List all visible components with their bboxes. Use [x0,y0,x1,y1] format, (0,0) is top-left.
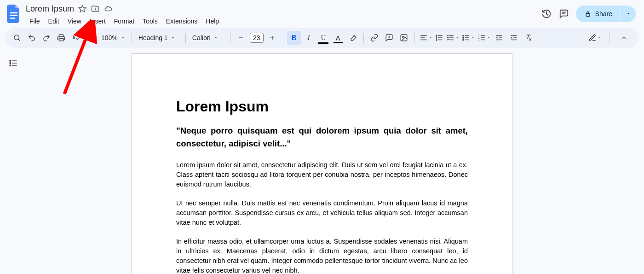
indent-increase-button[interactable] [507,31,521,45]
menu-view[interactable]: View [64,16,85,27]
clear-formatting-button[interactable] [522,31,535,45]
svg-rect-3 [586,13,590,16]
menu-help[interactable]: Help [202,16,223,27]
underline-button[interactable]: U [316,31,330,45]
zoom-value: 100% [101,34,118,41]
font-value: Calibri [192,34,211,41]
font-select[interactable]: Calibri [190,34,226,41]
spellcheck-icon[interactable] [69,31,83,45]
font-size-input[interactable] [250,33,264,43]
checklist-button[interactable] [445,34,460,42]
svg-point-14 [10,60,11,62]
doc-title[interactable]: Lorem Ipsum [26,4,74,14]
print-icon[interactable] [54,31,68,45]
svg-point-15 [10,63,11,64]
menu-edit[interactable]: Edit [45,16,63,27]
cloud-status-icon[interactable] [104,4,113,13]
svg-point-9 [463,37,464,38]
menu-extensions[interactable]: Extensions [162,16,201,27]
font-size-decrease[interactable] [234,31,248,45]
doc-heading[interactable]: Lorem Ipsum [176,98,468,115]
font-size-increase[interactable] [265,31,279,45]
history-icon[interactable] [541,8,552,19]
toolbar: 100% Heading 1 Calibri B I U A [6,28,638,48]
svg-rect-2 [10,17,16,19]
paragraph-style-select[interactable]: Heading 1 [136,34,182,41]
doc-subtitle[interactable]: "Neque porro quisquam est qui dolorem ip… [176,124,468,150]
outline-icon[interactable] [6,56,20,70]
docs-logo[interactable] [6,3,22,25]
editing-mode-button[interactable] [587,34,602,42]
text-color-button[interactable]: A [331,31,345,45]
svg-rect-1 [10,15,18,17]
share-label: Share [595,10,612,17]
svg-point-8 [463,35,464,36]
line-spacing-button[interactable] [434,34,444,42]
paint-format-icon[interactable] [84,31,98,45]
svg-point-4 [14,35,19,40]
undo-icon[interactable] [25,31,39,45]
italic-button[interactable]: I [302,31,316,45]
svg-rect-0 [10,12,18,14]
svg-point-16 [10,65,11,66]
svg-text:3: 3 [478,38,479,41]
share-button[interactable]: Share [576,6,621,22]
paragraph-style-value: Heading 1 [138,34,168,41]
search-icon[interactable] [10,31,24,45]
zoom-select[interactable]: 100% [98,34,128,41]
menu-file[interactable]: File [26,16,44,27]
doc-paragraph[interactable]: Lorem ipsum dolor sit amet, consectetur … [176,160,468,189]
svg-rect-5 [59,39,63,41]
doc-paragraph[interactable]: Ut nec semper nulla. Duis mattis est nec… [176,198,468,227]
indent-decrease-button[interactable] [492,31,506,45]
menu-tools[interactable]: Tools [139,16,161,27]
align-button[interactable] [419,34,433,42]
svg-point-10 [463,39,464,40]
svg-point-7 [402,36,403,37]
add-comment-icon[interactable] [382,31,396,45]
collapse-toolbar-icon[interactable] [617,31,631,45]
bulleted-list-button[interactable] [461,34,476,42]
redo-icon[interactable] [40,31,53,45]
numbered-list-button[interactable]: 123 [477,34,491,42]
menu-format[interactable]: Format [110,16,138,27]
document-page[interactable]: Lorem Ipsum "Neque porro quisquam est qu… [132,53,512,274]
star-icon[interactable] [78,4,87,13]
highlight-button[interactable] [346,31,360,45]
menu-insert[interactable]: Insert [86,16,109,27]
insert-link-icon[interactable] [368,31,381,45]
insert-image-icon[interactable] [397,31,411,45]
doc-paragraph[interactable]: In efficitur massa odio, et ullamcorper … [176,237,468,274]
share-dropdown[interactable] [621,6,636,22]
bold-button[interactable]: B [287,31,301,45]
comments-icon[interactable] [558,8,569,19]
move-icon[interactable] [91,4,100,13]
